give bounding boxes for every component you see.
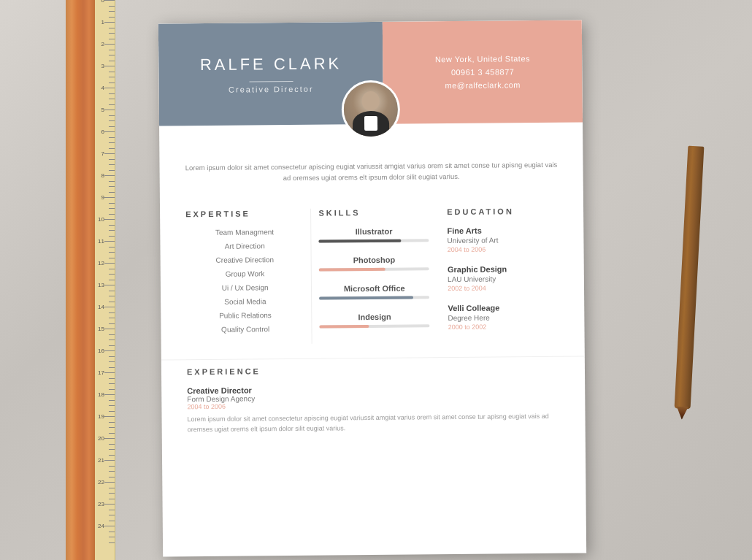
skill-bar-fill <box>319 239 402 243</box>
expertise-item: Art Direction <box>185 242 303 250</box>
avatar-image <box>344 83 399 137</box>
candidate-name: RALFE CLARK <box>200 54 342 74</box>
expertise-item: Team Managment <box>185 228 303 237</box>
skill-item: Photoshop <box>319 256 429 272</box>
expertise-column: EXPERTISE Team ManagmentArt DirectionCre… <box>185 209 304 345</box>
skills-column: SKILLS IllustratorPhotoshopMicrosoft Off… <box>310 208 429 344</box>
skill-bar-background <box>319 239 429 243</box>
experience-list: Creative DirectorForm Design Agency2004 … <box>187 383 560 434</box>
skills-title: SKILLS <box>318 208 429 218</box>
edu-school: University of Art <box>448 236 559 245</box>
edu-school: Degree Here <box>448 313 559 322</box>
education-title: EDUCATION <box>447 207 558 216</box>
skill-bar-fill <box>319 296 413 300</box>
expertise-item: Public Relations <box>186 311 304 320</box>
skill-name: Microsoft Office <box>319 284 429 294</box>
avatar-body <box>353 111 389 137</box>
resume-body: EXPERTISE Team ManagmentArt DirectionCre… <box>160 196 585 356</box>
edu-degree: Graphic Design <box>448 264 559 274</box>
skill-bar-background <box>320 325 430 329</box>
avatar <box>342 80 401 139</box>
skill-bar-background <box>319 296 429 300</box>
expertise-item: Creative Direction <box>186 256 304 264</box>
education-column: EDUCATION Fine ArtsUniversity of Art2004… <box>436 207 559 342</box>
expertise-item: Ui / Ux Design <box>186 283 304 292</box>
education-item: Velli ColleageDegree Here2000 to 2002 <box>448 303 559 331</box>
contact-email: me@ralfeclark.com <box>445 80 521 90</box>
avatar-head <box>362 91 380 110</box>
avatar-shirt <box>364 116 377 131</box>
skill-name: Photoshop <box>319 256 429 265</box>
edu-degree: Fine Arts <box>447 226 558 235</box>
edu-school: LAU University <box>448 275 559 283</box>
expertise-title: EXPERTISE <box>185 209 303 218</box>
edu-year: 2004 to 2006 <box>448 245 559 253</box>
skill-bar-fill <box>320 325 369 329</box>
expertise-list: Team ManagmentArt DirectionCreative Dire… <box>185 228 304 334</box>
skills-list: IllustratorPhotoshopMicrosoft OfficeInde… <box>319 227 430 329</box>
expertise-item: Quality Control <box>186 325 304 334</box>
resume-paper: RALFE CLARK Creative Director New York, … <box>158 20 586 556</box>
education-list: Fine ArtsUniversity of Art2004 to 2006Gr… <box>447 226 559 331</box>
experience-section: EXPERIENCE Creative DirectorForm Design … <box>161 356 586 453</box>
candidate-title: Creative Director <box>229 84 314 93</box>
contact-phone: 00961 3 458877 <box>451 67 515 77</box>
expertise-item: Social Media <box>186 297 304 306</box>
contact-location: New York, United States <box>435 54 530 64</box>
edu-degree: Velli Colleage <box>448 303 559 312</box>
education-item: Fine ArtsUniversity of Art2004 to 2006 <box>447 226 558 253</box>
wood-strip-decoration <box>66 0 96 560</box>
header-right: New York, United States 00961 3 458877 m… <box>383 20 583 123</box>
ruler: const ruler = document.querySelector('.r… <box>95 0 115 560</box>
skill-name: Indesign <box>320 312 430 322</box>
skill-bar-background <box>319 268 429 272</box>
experience-item: Creative DirectorForm Design Agency2004 … <box>187 383 560 434</box>
expertise-item: Group Work <box>186 269 304 278</box>
exp-description: Lorem ipsum dolor sit amet consectetur a… <box>188 412 560 434</box>
experience-title: EXPERIENCE <box>187 364 559 376</box>
skill-item: Illustrator <box>319 227 429 243</box>
skill-item: Indesign <box>320 312 430 329</box>
skill-name: Illustrator <box>319 227 429 237</box>
bio-text: Lorem ipsum dolor sit amet consectetur a… <box>185 159 557 185</box>
skill-bar-fill <box>319 268 385 272</box>
edu-year: 2000 to 2002 <box>448 323 559 331</box>
education-item: Graphic DesignLAU University2002 to 2004 <box>448 264 559 292</box>
edu-year: 2002 to 2004 <box>448 284 559 292</box>
header-divider <box>249 80 293 82</box>
skill-item: Microsoft Office <box>319 284 429 300</box>
